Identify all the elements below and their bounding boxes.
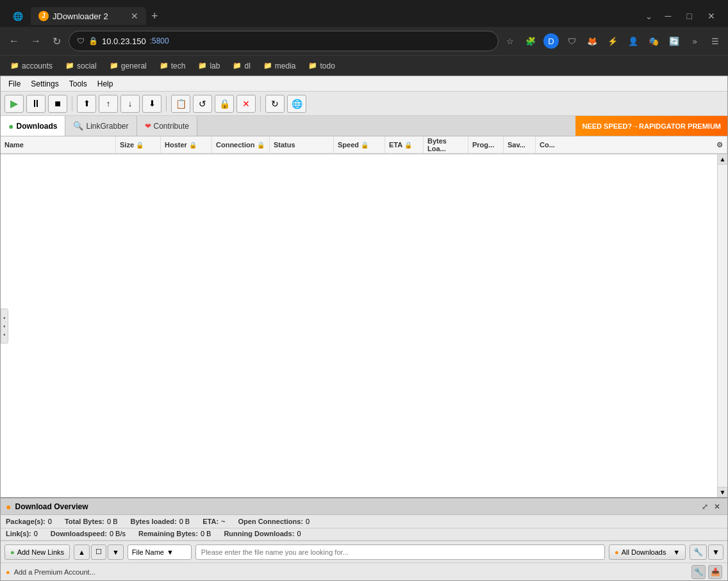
tab-linkgrabber[interactable]: 🔍 LinkGrabber (65, 116, 136, 136)
menu-help[interactable]: Help (92, 78, 119, 90)
prem-icon-1[interactable]: 🔧 (691, 565, 706, 579)
speed-lock-icon: 🔒 (361, 142, 368, 149)
add-premium-button[interactable]: Add a Premium Account... (14, 568, 95, 576)
clipboard-button[interactable]: 📋 (171, 95, 190, 113)
more-tools-icon[interactable]: » (687, 33, 702, 49)
stat-running-downloads: Running Downloads: 0 (224, 530, 301, 537)
downloadspeed-value: 0 B/s (110, 530, 126, 537)
menu-icon[interactable]: ☰ (707, 33, 723, 49)
search-input[interactable] (195, 544, 605, 560)
address-bar[interactable]: 🛡 🔒 10.0.23.150:5800 (69, 31, 499, 51)
new-tab-button[interactable]: + (146, 7, 163, 26)
expand-button[interactable]: ⌄ (640, 9, 658, 24)
active-tab[interactable]: J JDownloader 2 ✕ (31, 7, 146, 25)
extensions-icon[interactable]: 🧩 (523, 33, 538, 49)
move-down-all-button[interactable]: ⬇ (142, 95, 161, 113)
col-speed-label: Speed (338, 141, 359, 149)
bookmark-todo[interactable]: 📁 todo (303, 60, 340, 72)
tab-close-button[interactable]: ✕ (131, 11, 138, 21)
bookmark-social[interactable]: 📁 social (60, 60, 102, 72)
stat-remaining-bytes: Remaining Bytes: 0 B (138, 530, 211, 537)
scroll-down-button[interactable]: ▼ (718, 487, 727, 497)
move-up-all-button[interactable]: ⬆ (77, 95, 96, 113)
profile-icon[interactable]: D (543, 33, 559, 49)
start-button[interactable]: ▶ (4, 95, 24, 113)
filter-arrow-up-button[interactable]: ▲ (74, 544, 90, 560)
inactive-tab[interactable]: 🌐 (5, 8, 31, 25)
remove-button[interactable]: ✕ (236, 95, 256, 113)
addon-2-icon[interactable]: ⚡ (605, 33, 620, 49)
network-button[interactable]: 🌐 (287, 95, 306, 113)
bookmark-media[interactable]: 📁 media (258, 60, 301, 72)
overview-icon: ● (6, 502, 11, 512)
back-button[interactable]: ← (5, 33, 23, 49)
shield-2-icon[interactable]: 🛡 (564, 33, 579, 49)
add-new-links-button[interactable]: ● Add New Links (4, 544, 70, 560)
bookmark-accounts[interactable]: 📁 accounts (5, 60, 58, 72)
move-up-button[interactable]: ↑ (99, 95, 118, 113)
col-name[interactable]: Name (1, 136, 116, 153)
tab-downloads[interactable]: ● Downloads (1, 116, 65, 136)
dot-3: • (3, 331, 6, 338)
menu-tools[interactable]: Tools (64, 78, 92, 90)
col-comment[interactable]: Co... ⚙ (536, 136, 727, 153)
stop-button[interactable]: ■ (48, 95, 67, 113)
total-bytes-label: Total Bytes: (65, 518, 104, 525)
scroll-up-button[interactable]: ▲ (718, 154, 727, 165)
maximize-button[interactable]: □ (679, 8, 700, 24)
premium-button[interactable]: 🔒 (215, 95, 234, 113)
refresh-button[interactable]: ↻ (265, 95, 285, 113)
minimize-button[interactable]: ─ (658, 8, 679, 24)
filter-checkbox-button[interactable]: ☐ (91, 544, 106, 560)
all-downloads-button[interactable]: ● All Downloads ▼ (609, 544, 686, 560)
col-bytes-loaded[interactable]: Bytes Loa... (424, 136, 468, 153)
scrollbar[interactable]: ▲ ▼ (717, 154, 727, 497)
move-down-button[interactable]: ↓ (120, 95, 140, 113)
tool-arrow-button[interactable]: ▼ (708, 544, 724, 560)
reconnect-button[interactable]: ↺ (193, 95, 212, 113)
dropdown-arrow-icon: ▼ (167, 548, 174, 556)
overview-close-button[interactable]: ✕ (712, 502, 722, 512)
bookmark-lab[interactable]: 📁 lab (193, 60, 225, 72)
bookmark-tech[interactable]: 📁 tech (154, 60, 191, 72)
bookmark-dl[interactable]: 📁 dl (228, 60, 255, 72)
addon-3-icon[interactable]: 👤 (625, 33, 641, 49)
addon-4-icon[interactable]: 🎭 (646, 33, 661, 49)
addon-1-icon[interactable]: 🦊 (584, 33, 600, 49)
packages-label: Package(s): (6, 518, 46, 525)
menu-file[interactable]: File (3, 78, 26, 90)
forward-button[interactable]: → (27, 33, 45, 49)
col-save[interactable]: Sav... (504, 136, 536, 153)
col-status[interactable]: Status (270, 136, 334, 153)
side-collapse-button[interactable]: • • • (1, 308, 8, 343)
tool-wrench-button[interactable]: 🔧 (690, 544, 707, 560)
filter-arrow-down-button[interactable]: ▼ (108, 544, 124, 560)
eta-label: ETA: (203, 518, 219, 525)
promo-banner[interactable]: NEED SPEED?→RAPIDGATOR PREMIUM (575, 116, 727, 136)
prem-icon-2[interactable]: 📥 (708, 565, 722, 579)
all-downloads-icon: ● (615, 548, 619, 556)
folder-icon-6: 📁 (233, 61, 242, 70)
overview-detach-button[interactable]: ⤢ (700, 502, 710, 512)
col-eta[interactable]: ETA 🔒 (385, 136, 424, 153)
file-name-dropdown[interactable]: File Name ▼ (128, 544, 192, 560)
close-button[interactable]: ✕ (700, 8, 723, 24)
tab-contribute[interactable]: ❤ Contribute (137, 116, 197, 136)
stat-packages: Package(s): 0 (6, 518, 52, 525)
bottom-bar: ● Add New Links ▲ ☐ ▼ File Name ▼ ● All … (1, 541, 727, 562)
col-hoster[interactable]: Hoster 🔒 (161, 136, 212, 153)
col-progress[interactable]: Prog... (468, 136, 504, 153)
col-size[interactable]: Size 🔒 (116, 136, 161, 153)
pause-button[interactable]: ⏸ (26, 95, 46, 113)
col-save-label: Sav... (508, 141, 525, 149)
premium-dot-icon: ● (6, 568, 10, 576)
menu-settings[interactable]: Settings (26, 78, 63, 90)
col-connection[interactable]: Connection 🔒 (212, 136, 270, 153)
reload-button[interactable]: ↻ (49, 33, 65, 50)
addon-5-icon[interactable]: 🔄 (666, 33, 682, 49)
col-speed[interactable]: Speed 🔒 (334, 136, 385, 153)
settings-col-icon[interactable]: ⚙ (716, 141, 723, 149)
folder-icon-3: 📁 (110, 61, 119, 70)
bookmark-star-icon[interactable]: ☆ (502, 33, 518, 49)
bookmark-general[interactable]: 📁 general (104, 60, 152, 72)
